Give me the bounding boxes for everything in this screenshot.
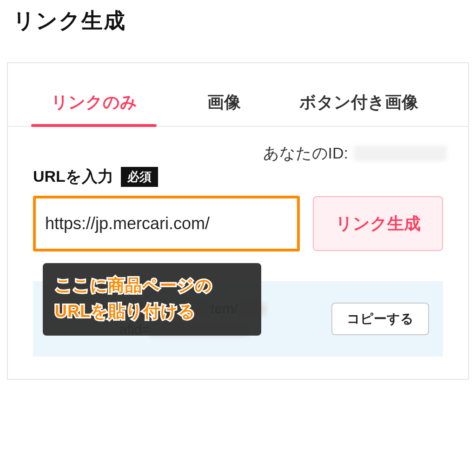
user-id-row: あなたのID:: [8, 127, 468, 164]
annotation-line-1: ここに商品ページの: [55, 272, 249, 298]
url-input[interactable]: [33, 196, 300, 251]
user-id-value-redacted: [354, 145, 447, 161]
url-form-row: URLを入力 必須 リンク生成: [8, 166, 468, 251]
link-generator-card: リンクのみ 画像 ボタン付き画像 あなたのID: URLを入力 必須 リンク生成…: [7, 62, 469, 380]
user-id-label: あなたのID:: [263, 143, 348, 164]
generate-link-button[interactable]: リンク生成: [313, 196, 443, 251]
annotation-callout: ここに商品ページの URLを貼り付ける: [43, 263, 261, 336]
copy-button[interactable]: コピーする: [331, 303, 429, 335]
url-input-row: リンク生成: [33, 196, 443, 251]
annotation-line-2: URLを貼り付ける: [55, 298, 249, 324]
required-badge: 必須: [121, 167, 158, 187]
url-field-label-row: URLを入力 必須: [33, 166, 443, 187]
tabs: リンクのみ 画像 ボタン付き画像: [8, 63, 468, 127]
url-field-label: URLを入力: [33, 166, 113, 187]
url-input-highlight: [33, 196, 300, 251]
tab-label: リンクのみ: [51, 93, 137, 112]
page-title: リンク生成: [0, 0, 476, 40]
tab-label: ボタン付き画像: [299, 93, 418, 112]
tab-link-only[interactable]: リンクのみ: [22, 63, 166, 126]
tab-label: 画像: [207, 93, 241, 112]
tab-button-image[interactable]: ボタン付き画像: [282, 63, 436, 126]
tab-image[interactable]: 画像: [166, 63, 282, 126]
